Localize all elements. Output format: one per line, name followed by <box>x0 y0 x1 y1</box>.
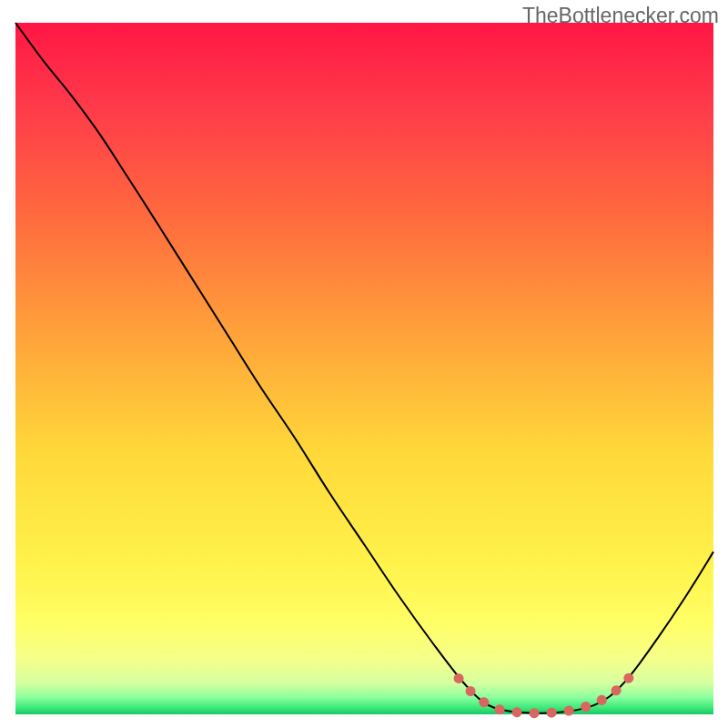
chart-container: TheBottlenecker.com <box>0 0 728 728</box>
watermark-text: TheBottlenecker.com <box>522 4 719 28</box>
bottleneck-chart <box>0 0 728 728</box>
chart-background <box>15 23 713 714</box>
